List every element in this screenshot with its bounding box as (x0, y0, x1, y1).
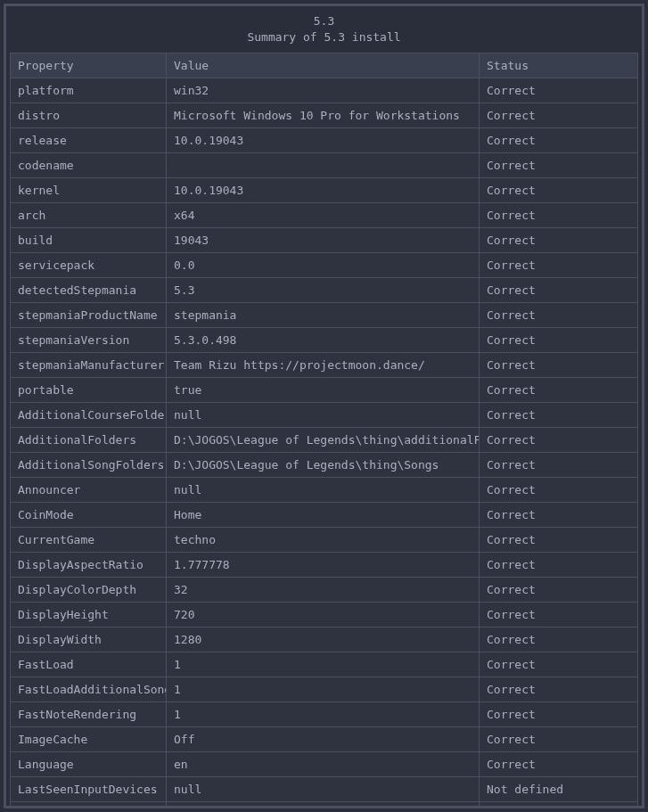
cell-status: Correct (480, 128, 638, 153)
table-row: servicepack0.0Correct (11, 253, 638, 278)
cell-property: LastSeenMemory (11, 802, 167, 808)
cell-status: Correct (480, 103, 638, 128)
cell-status: Correct (480, 303, 638, 328)
table-row: DisplayColorDepth32Correct (11, 578, 638, 603)
cell-property: distro (11, 103, 167, 128)
cell-property: build (11, 228, 167, 253)
table-row: build19043Correct (11, 228, 638, 253)
cell-property: detectedStepmania (11, 278, 167, 303)
column-header-value: Value (167, 53, 480, 78)
cell-value: x64 (167, 203, 480, 228)
install-summary-table: Property Value Status platformwin32Corre… (10, 53, 638, 808)
table-row: ImageCacheOffCorrect (11, 727, 638, 752)
cell-property: Language (11, 752, 167, 777)
cell-property: FastNoteRendering (11, 702, 167, 727)
table-row: LastSeenMemory2047Correct (11, 802, 638, 808)
column-header-status: Status (480, 53, 638, 78)
cell-status: Correct (480, 353, 638, 378)
cell-status: Correct (480, 328, 638, 353)
cell-property: DisplayAspectRatio (11, 553, 167, 578)
cell-status: Correct (480, 203, 638, 228)
cell-value: 10.0.19043 (167, 128, 480, 153)
cell-property: kernel (11, 178, 167, 203)
table-row: detectedStepmania5.3Correct (11, 278, 638, 303)
cell-property: codename (11, 153, 167, 178)
cell-status: Correct (480, 553, 638, 578)
cell-property: ImageCache (11, 727, 167, 752)
cell-status: Correct (480, 478, 638, 503)
cell-value: 5.3.0.498 (167, 328, 480, 353)
table-row: AnnouncernullCorrect (11, 478, 638, 503)
table-row: release10.0.19043Correct (11, 128, 638, 153)
cell-status: Correct (480, 603, 638, 627)
cell-value: 32 (167, 578, 480, 603)
cell-property: FastLoadAdditionalSongs (11, 677, 167, 702)
cell-property: CurrentGame (11, 528, 167, 553)
summary-frame: 5.3 Summary of 5.3 install Property Valu… (4, 4, 644, 808)
table-row: distroMicrosoft Windows 10 Pro for Works… (11, 103, 638, 128)
cell-property: DisplayWidth (11, 627, 167, 652)
cell-status: Correct (480, 627, 638, 652)
cell-value: 2047 (167, 802, 480, 808)
cell-property: platform (11, 78, 167, 103)
cell-value: 1.777778 (167, 553, 480, 578)
cell-status: Correct (480, 727, 638, 752)
cell-status: Correct (480, 453, 638, 478)
table-row: portabletrueCorrect (11, 378, 638, 403)
cell-value: 19043 (167, 228, 480, 253)
cell-property: FastLoad (11, 652, 167, 677)
table-row: stepmaniaManufacturerTeam Rizu https://p… (11, 353, 638, 378)
cell-value (167, 153, 480, 178)
header-subtitle: Summary of 5.3 install (10, 29, 638, 45)
cell-value: 10.0.19043 (167, 178, 480, 203)
cell-property: portable (11, 378, 167, 403)
cell-property: arch (11, 203, 167, 228)
table-row: archx64Correct (11, 203, 638, 228)
table-row: FastLoad1Correct (11, 652, 638, 677)
cell-value: true (167, 378, 480, 403)
table-row: CurrentGametechnoCorrect (11, 528, 638, 553)
cell-value: win32 (167, 78, 480, 103)
table-row: stepmaniaVersion5.3.0.498Correct (11, 328, 638, 353)
table-header-row: Property Value Status (11, 53, 638, 78)
cell-status: Correct (480, 178, 638, 203)
cell-property: stepmaniaVersion (11, 328, 167, 353)
cell-value: en (167, 752, 480, 777)
cell-status: Correct (480, 253, 638, 278)
table-row: LastSeenInputDevicesnullNot defined (11, 777, 638, 802)
table-row: AdditionalFoldersD:\JOGOS\League of Lege… (11, 428, 638, 453)
table-row: DisplayWidth1280Correct (11, 627, 638, 652)
cell-value: 1280 (167, 627, 480, 652)
table-row: codenameCorrect (11, 153, 638, 178)
column-header-property: Property (11, 53, 167, 78)
cell-value: 1 (167, 652, 480, 677)
cell-value: 1 (167, 702, 480, 727)
cell-status: Correct (480, 752, 638, 777)
cell-value: D:\JOGOS\League of Legends\thing\additio… (167, 428, 480, 453)
cell-value: 5.3 (167, 278, 480, 303)
cell-status: Correct (480, 802, 638, 808)
table-row: DisplayHeight720Correct (11, 603, 638, 627)
cell-value: techno (167, 528, 480, 553)
cell-status: Correct (480, 78, 638, 103)
cell-value: null (167, 777, 480, 802)
table-row: LanguageenCorrect (11, 752, 638, 777)
cell-property: Announcer (11, 478, 167, 503)
cell-property: stepmaniaProductName (11, 303, 167, 328)
cell-property: AdditionalFolders (11, 428, 167, 453)
cell-value: Team Rizu https://projectmoon.dance/ (167, 353, 480, 378)
cell-property: release (11, 128, 167, 153)
cell-status: Not defined (480, 777, 638, 802)
table-row: AdditionalCourseFoldersnullCorrect (11, 403, 638, 428)
cell-value: Home (167, 503, 480, 528)
cell-value: stepmania (167, 303, 480, 328)
cell-value: null (167, 478, 480, 503)
cell-value: 720 (167, 603, 480, 627)
cell-property: AdditionalCourseFolders (11, 403, 167, 428)
cell-property: AdditionalSongFolders (11, 453, 167, 478)
header-title: 5.3 (10, 13, 638, 29)
table-row: platformwin32Correct (11, 78, 638, 103)
cell-status: Correct (480, 503, 638, 528)
cell-value: Microsoft Windows 10 Pro for Workstation… (167, 103, 480, 128)
table-row: CoinModeHomeCorrect (11, 503, 638, 528)
